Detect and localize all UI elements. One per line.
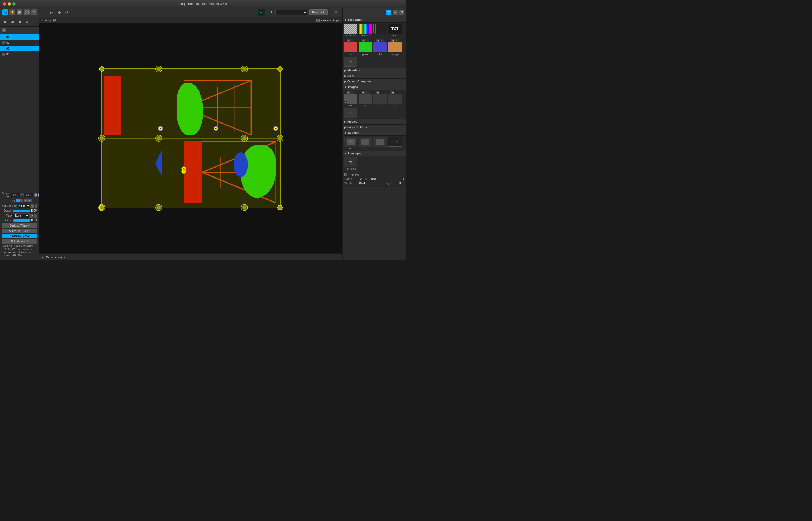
right-tool-list[interactable]: ≡ xyxy=(392,10,398,15)
syphon-03[interactable]: 03 xyxy=(373,137,387,150)
background-add-icon[interactable]: ↑ xyxy=(35,204,38,208)
output-selector[interactable] xyxy=(276,10,307,15)
refresh-button[interactable]: ↺ xyxy=(24,19,30,24)
minimize-button[interactable] xyxy=(8,2,11,5)
image-02[interactable]: ◀ 1 ▶ 02 xyxy=(344,91,358,107)
projection-surface[interactable]: ⊕ 02 xyxy=(101,68,280,208)
tool-surfaces[interactable]: ⬡ xyxy=(2,9,8,15)
right-panel-toggle[interactable]: ⊞ xyxy=(332,9,340,16)
scenes-arrow-icon[interactable]: ▲ xyxy=(41,255,45,259)
image-03[interactable]: ◀ 03 xyxy=(373,91,387,107)
generator-colorpatte[interactable]: ColorPatte xyxy=(359,24,372,37)
materials-section-header[interactable]: ▶ Materials xyxy=(343,68,406,73)
flip-v-button[interactable]: F xyxy=(20,199,24,202)
zoom-minus-btn[interactable]: – xyxy=(45,18,47,22)
add-layer-button[interactable]: + xyxy=(2,28,6,32)
quartz-section-header[interactable]: ▶ Quartz Composer xyxy=(343,79,406,84)
flip-r-button[interactable]: F xyxy=(24,199,28,202)
mask-dropdown[interactable]: None xyxy=(13,213,29,218)
zoom-fit-btn[interactable]: ⊞ xyxy=(48,18,51,22)
generator-text[interactable]: TXT Text xyxy=(388,24,402,37)
background-dropdown[interactable]: None xyxy=(16,204,30,208)
color-red-thumb[interactable]: ◀ 1 red xyxy=(344,39,358,55)
corner-br[interactable] xyxy=(277,205,283,210)
lock-icon[interactable]: 🔒 xyxy=(34,193,38,197)
tool-light[interactable]: 💡 xyxy=(9,9,15,15)
image-05[interactable]: ◀ 1 05 xyxy=(359,91,372,107)
img03-prev[interactable]: ◀ xyxy=(377,91,379,94)
preview-output-checkbox[interactable] xyxy=(316,19,320,22)
img02-prev[interactable]: ◀ xyxy=(347,91,350,94)
publish-ndi-button[interactable]: Publish to NDI xyxy=(2,239,38,244)
publish-syphon-button[interactable]: Publish to Syphon xyxy=(2,234,38,239)
color-orange-prev[interactable]: ◀ xyxy=(391,39,394,42)
edge-handle-top-right[interactable] xyxy=(241,66,248,72)
zoom-reset-btn[interactable]: ⊡ xyxy=(53,18,56,22)
preview-checkbox-right[interactable] xyxy=(344,173,347,176)
image-04[interactable]: ◀ 04 xyxy=(388,91,402,107)
color-green-prev[interactable]: ◀ xyxy=(362,39,365,42)
right-tool-grid[interactable]: ⊞ xyxy=(386,10,391,15)
img05-prev[interactable]: ◀ xyxy=(362,91,365,94)
transport-pause[interactable]: ⏸ xyxy=(42,10,47,15)
pause-button[interactable]: ⏸ xyxy=(2,19,8,24)
syphon-04[interactable]: OFFLINE 04 xyxy=(388,137,402,150)
step-button[interactable]: ⏭ xyxy=(10,19,15,24)
feedback-button[interactable]: Feedback xyxy=(309,9,328,15)
syphon-01[interactable]: ▶ 01 xyxy=(344,137,358,150)
layer-item-04[interactable]: 04 xyxy=(0,51,39,57)
tool-output[interactable]: ▣ xyxy=(17,9,22,15)
info-icon[interactable]: ℹ xyxy=(403,177,404,181)
zoom-add-btn[interactable]: + xyxy=(41,18,43,22)
flip-h-button[interactable]: F xyxy=(16,199,20,202)
corner-tr[interactable] xyxy=(277,66,283,72)
flip-l-button[interactable]: F xyxy=(28,199,32,202)
image-folders-section-header[interactable]: ▶ Image Folders xyxy=(343,124,406,130)
output-width-input[interactable] xyxy=(10,193,21,197)
images-section-header[interactable]: ▼ Images xyxy=(343,84,406,90)
background-reset-icon[interactable]: ↺ xyxy=(31,204,34,208)
syphon-section-header[interactable]: ▼ Syphon xyxy=(343,130,406,136)
fullscreen-button[interactable] xyxy=(13,2,16,5)
mask-reset-icon[interactable]: ↺ xyxy=(30,213,34,218)
layer-item-01[interactable]: 01 xyxy=(0,34,39,40)
add-generator-button[interactable]: + xyxy=(344,56,358,67)
edge-handle-mid-far-right[interactable] xyxy=(277,135,283,142)
mask-add-icon[interactable]: ↑ xyxy=(34,213,38,218)
output-height-input[interactable] xyxy=(23,193,34,197)
color-green-thumb[interactable]: ◀ 1 green xyxy=(359,39,372,55)
corner-bl[interactable] xyxy=(99,205,104,210)
generators-section-header[interactable]: ▼ Generators xyxy=(343,17,406,23)
live-facetime[interactable]: 📷 FaceTime xyxy=(344,157,358,170)
color-blue-thumb[interactable]: ◀ 1 blue xyxy=(373,39,387,55)
tool-grid[interactable]: ⬡⬡ xyxy=(24,9,29,15)
isfs-section-header[interactable]: ▶ ISFs xyxy=(343,73,406,79)
preview-eye-icon[interactable]: 👁 xyxy=(267,9,273,16)
transport-refresh[interactable]: ↺ xyxy=(64,10,69,15)
add-image-button[interactable]: + xyxy=(344,108,358,118)
edge-handle-bottom-right[interactable] xyxy=(241,204,248,211)
transport-record[interactable]: ⏺ xyxy=(57,10,62,15)
tool-settings[interactable]: ⚙ xyxy=(31,9,37,15)
record-button[interactable]: ⏺ xyxy=(17,19,22,24)
close-button[interactable] xyxy=(3,2,6,5)
show-test-pattern-button[interactable]: Show Test Pattern xyxy=(2,229,38,233)
color-orange-thumb[interactable]: ◀ 1 orange xyxy=(388,39,402,55)
movies-section-header[interactable]: ▶ Movies xyxy=(343,119,406,124)
corner-tl[interactable] xyxy=(99,66,104,72)
img04-prev[interactable]: ◀ xyxy=(391,91,394,94)
canvas-view[interactable]: ⊕ 02 xyxy=(39,23,342,253)
generator-grid[interactable]: Grid xyxy=(373,24,387,37)
desktop-window-button[interactable]: Desktop Window xyxy=(2,223,38,228)
color-red-prev[interactable]: ◀ xyxy=(347,39,350,42)
right-tool-col[interactable]: ⊟ xyxy=(399,10,404,15)
edge-handle-mid-left[interactable] xyxy=(98,135,105,142)
live-input-section-header[interactable]: ▼ Live Input xyxy=(343,151,406,156)
layer-item-03[interactable]: 03 xyxy=(0,46,39,51)
syphon-02[interactable]: 02 xyxy=(359,137,372,150)
generator-testcard[interactable]: TestCard xyxy=(344,24,358,37)
layer-item-02[interactable]: 02 xyxy=(0,40,39,46)
edge-handle-bottom-center[interactable] xyxy=(155,204,162,211)
transport-step[interactable]: ⏭ xyxy=(49,10,55,15)
edge-handle-mid-right-top[interactable] xyxy=(241,135,248,142)
